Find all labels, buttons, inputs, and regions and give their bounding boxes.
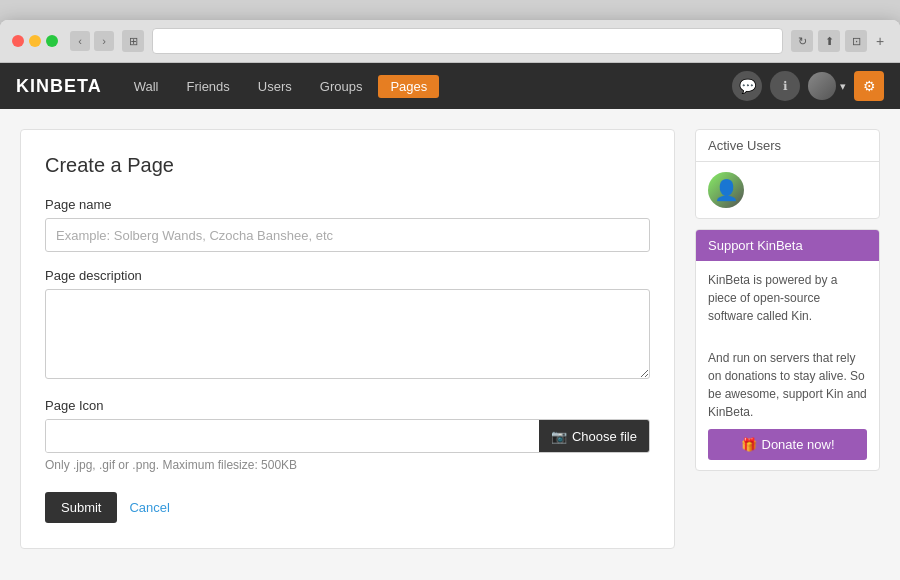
address-bar[interactable] — [152, 28, 783, 54]
page-name-input[interactable] — [45, 218, 650, 252]
page-description-group: Page description — [45, 268, 650, 382]
new-tab-icon[interactable]: ⊡ — [845, 30, 867, 52]
page-description-input[interactable] — [45, 289, 650, 379]
app-footer: KinBeta The premier social network for w… — [0, 569, 900, 580]
donate-button[interactable]: 🎁 Donate now! — [708, 429, 867, 460]
support-text-2: And run on servers that rely on donation… — [708, 349, 867, 421]
back-button[interactable]: ‹ — [70, 31, 90, 51]
avatar-image: 👤 — [714, 178, 739, 202]
settings-gear-button[interactable]: ⚙ — [854, 71, 884, 101]
nav-wall[interactable]: Wall — [122, 75, 171, 98]
forward-button[interactable]: › — [94, 31, 114, 51]
page-description-label: Page description — [45, 268, 650, 283]
avatar — [808, 72, 836, 100]
app-container: KINBETA Wall Friends Users Groups Pages … — [0, 63, 900, 580]
file-hint: Only .jpg, .gif or .png. Maximum filesiz… — [45, 458, 650, 472]
file-path-input[interactable] — [46, 420, 539, 452]
support-widget-title: Support KinBeta — [696, 230, 879, 261]
browser-titlebar: ‹ › ⊞ ↻ ⬆ ⊡ + — [0, 20, 900, 63]
form-actions: Submit Cancel — [45, 492, 650, 523]
nav-pages[interactable]: Pages — [378, 75, 439, 98]
choose-file-button[interactable]: 📷 Choose file — [539, 420, 649, 452]
submit-button[interactable]: Submit — [45, 492, 117, 523]
window-controls — [12, 35, 58, 47]
browser-toolbar-right: ↻ ⬆ ⊡ + — [791, 30, 888, 52]
page-icon-label: Page Icon — [45, 398, 650, 413]
nav-users[interactable]: Users — [246, 75, 304, 98]
support-text-1: KinBeta is powered by a piece of open-so… — [708, 271, 867, 325]
user-avatar[interactable]: 👤 — [708, 172, 744, 208]
page-icon-group: Page Icon 📷 Choose file Only .jpg, .gif … — [45, 398, 650, 472]
nav-groups[interactable]: Groups — [308, 75, 375, 98]
nav-friends[interactable]: Friends — [174, 75, 241, 98]
avatar-menu-button[interactable]: ▾ — [808, 72, 846, 100]
navbar-right: 💬 ℹ ▾ ⚙ — [732, 71, 884, 101]
page-name-group: Page name — [45, 197, 650, 252]
share-icon[interactable]: ⬆ — [818, 30, 840, 52]
active-users-content: 👤 — [696, 162, 879, 218]
support-widget: Support KinBeta KinBeta is powered by a … — [695, 229, 880, 471]
navbar-links: Wall Friends Users Groups Pages — [122, 75, 732, 98]
page-info-icon: ⊞ — [122, 30, 144, 52]
close-dot[interactable] — [12, 35, 24, 47]
create-page-form: Page name Page description Page Icon — [45, 197, 650, 523]
minimize-dot[interactable] — [29, 35, 41, 47]
camera-icon: 📷 — [551, 429, 567, 444]
page-name-label: Page name — [45, 197, 650, 212]
sidebar: Active Users 👤 Support KinBeta KinBeta i… — [695, 129, 880, 549]
app-body: Create a Page Page name Page description… — [0, 109, 900, 569]
brand-logo: KINBETA — [16, 76, 102, 97]
chat-icon: 💬 — [739, 78, 756, 94]
main-content: Create a Page Page name Page description… — [20, 129, 675, 549]
file-input-group: 📷 Choose file — [45, 419, 650, 453]
gift-icon: 🎁 — [741, 437, 757, 452]
chat-icon-button[interactable]: 💬 — [732, 71, 762, 101]
nav-buttons: ‹ › — [70, 31, 114, 51]
page-title: Create a Page — [45, 154, 650, 177]
reload-icon[interactable]: ↻ — [791, 30, 813, 52]
info-icon: ℹ — [783, 79, 788, 93]
active-users-widget: Active Users 👤 — [695, 129, 880, 219]
cancel-button[interactable]: Cancel — [129, 500, 169, 515]
maximize-dot[interactable] — [46, 35, 58, 47]
support-widget-body: KinBeta is powered by a piece of open-so… — [696, 261, 879, 470]
chevron-down-icon: ▾ — [840, 80, 846, 93]
active-users-title: Active Users — [696, 130, 879, 162]
add-tab-button[interactable]: + — [872, 33, 888, 49]
app-navbar: KINBETA Wall Friends Users Groups Pages … — [0, 63, 900, 109]
info-icon-button[interactable]: ℹ — [770, 71, 800, 101]
gear-icon: ⚙ — [863, 78, 876, 94]
